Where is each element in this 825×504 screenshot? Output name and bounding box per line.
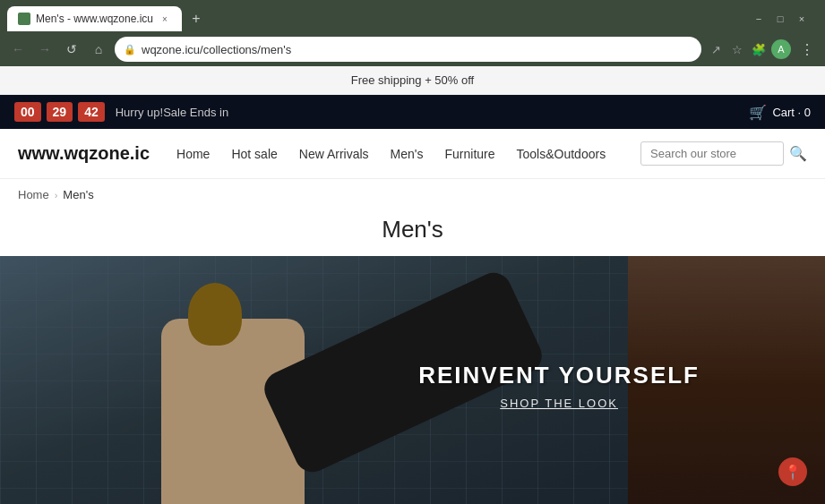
nav-hot-sale[interactable]: Hot sale xyxy=(231,147,277,161)
cart-icon: 🛒 xyxy=(749,104,767,121)
breadcrumb: Home › Men's xyxy=(0,179,825,210)
site-logo[interactable]: www.wqzone.ic xyxy=(18,143,150,164)
lock-icon: 🔒 xyxy=(124,44,136,56)
reload-button[interactable]: ↺ xyxy=(61,38,82,60)
window-close[interactable]: × xyxy=(793,10,811,28)
tab-title: Men's - www.wqzone.icu xyxy=(36,13,153,25)
nav-furniture[interactable]: Furniture xyxy=(445,147,495,161)
address-actions: ↗ ☆ 🧩 A xyxy=(707,39,791,59)
nav-tools-outdoors[interactable]: Tools&Outdoors xyxy=(517,147,606,161)
hero-overlay xyxy=(0,256,825,504)
pin-icon: 📍 xyxy=(784,464,802,481)
countdown-seconds: 42 xyxy=(78,102,105,122)
tab-close-button[interactable]: × xyxy=(159,13,171,25)
browser-chrome: Men's - www.wqzone.icu × + − □ × ← → ↺ ⌂… xyxy=(0,0,825,66)
address-bar-row: ← → ↺ ⌂ 🔒 wqzone.icu/collections/men's ↗… xyxy=(0,32,825,66)
window-minimize[interactable]: − xyxy=(750,10,768,28)
tab-bar: Men's - www.wqzone.icu × + − □ × xyxy=(0,0,825,32)
countdown-timer: 00 29 42 Hurry up!Sale Ends in xyxy=(14,102,228,122)
forward-button[interactable]: → xyxy=(34,38,56,60)
hero-text: REINVENT YOURSELF SHOP THE LOOK xyxy=(418,362,700,410)
hero-area: REINVENT YOURSELF SHOP THE LOOK xyxy=(0,256,825,504)
breadcrumb-separator: › xyxy=(55,190,58,201)
home-button[interactable]: ⌂ xyxy=(88,38,109,60)
search-button[interactable]: 🔍 xyxy=(789,145,807,162)
bookmark-icon[interactable]: ☆ xyxy=(728,40,746,58)
active-tab[interactable]: Men's - www.wqzone.icu × xyxy=(7,6,182,31)
page-title: Men's xyxy=(0,210,825,256)
browser-menu-button[interactable]: ⋮ xyxy=(796,38,818,60)
countdown-label: Hurry up!Sale Ends in xyxy=(116,106,228,119)
back-button[interactable]: ← xyxy=(7,38,29,60)
breadcrumb-home[interactable]: Home xyxy=(18,188,49,201)
breadcrumb-current: Men's xyxy=(63,188,93,201)
address-bar[interactable]: 🔒 wqzone.icu/collections/men's xyxy=(115,37,701,62)
tab-favicon xyxy=(18,13,30,25)
main-nav: Home Hot sale New Arrivals Men's Furnitu… xyxy=(176,147,623,161)
site-header: www.wqzone.ic Home Hot sale New Arrivals… xyxy=(0,129,825,179)
location-icon[interactable]: 📍 xyxy=(778,457,807,486)
window-controls: − □ × xyxy=(750,10,818,28)
share-icon[interactable]: ↗ xyxy=(707,40,725,58)
cart-label: Cart · 0 xyxy=(772,106,811,119)
hero-title: REINVENT YOURSELF xyxy=(418,362,700,389)
search-input[interactable] xyxy=(640,141,784,166)
window-maximize[interactable]: □ xyxy=(771,10,789,28)
countdown-bar: 00 29 42 Hurry up!Sale Ends in 🛒 Cart · … xyxy=(0,95,825,129)
site-wrapper: Free shipping + 50% off 00 29 42 Hurry u… xyxy=(0,66,825,504)
nav-mens[interactable]: Men's xyxy=(391,147,424,161)
countdown-hours: 00 xyxy=(14,102,41,122)
nav-home[interactable]: Home xyxy=(176,147,210,161)
countdown-minutes: 29 xyxy=(47,102,73,122)
new-tab-button[interactable]: + xyxy=(185,8,207,30)
search-area: 🔍 xyxy=(640,141,807,166)
promo-banner: Free shipping + 50% off xyxy=(0,66,825,95)
nav-new-arrivals[interactable]: New Arrivals xyxy=(299,147,369,161)
extension-icon[interactable]: 🧩 xyxy=(750,40,768,58)
profile-avatar[interactable]: A xyxy=(771,39,791,59)
cart-button[interactable]: 🛒 Cart · 0 xyxy=(749,104,811,121)
promo-text: Free shipping + 50% off xyxy=(351,73,474,87)
address-text: wqzone.icu/collections/men's xyxy=(142,43,692,56)
hero-cta-button[interactable]: SHOP THE LOOK xyxy=(418,397,700,410)
